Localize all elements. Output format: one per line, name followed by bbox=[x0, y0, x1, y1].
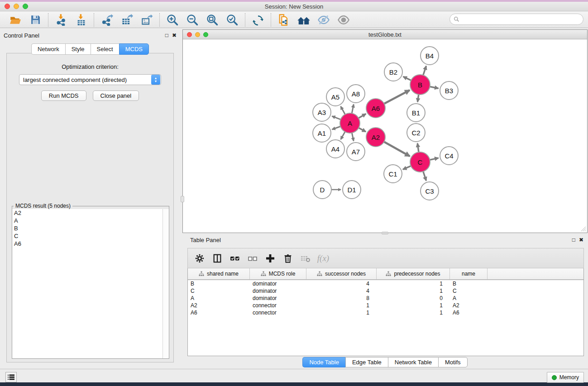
memory-button[interactable]: Memory bbox=[547, 372, 584, 383]
result-item[interactable]: B bbox=[12, 224, 163, 232]
column-header-MCDS-role[interactable]: MCDS role bbox=[250, 268, 306, 279]
result-item[interactable]: A2 bbox=[12, 209, 163, 217]
control-tab-network[interactable]: Network bbox=[31, 43, 65, 55]
hide-selected-icon[interactable] bbox=[316, 13, 332, 27]
deselect-all-icon[interactable] bbox=[245, 250, 260, 267]
task-history-button[interactable] bbox=[5, 372, 17, 382]
select-all-icon[interactable] bbox=[228, 250, 242, 267]
zoom-in-icon[interactable] bbox=[164, 13, 181, 27]
tab-network-table[interactable]: Network Table bbox=[388, 357, 438, 367]
node-A5[interactable]: A5 bbox=[326, 88, 344, 106]
node-A1[interactable]: A1 bbox=[313, 124, 331, 142]
export-table-icon[interactable] bbox=[119, 13, 135, 27]
zoom-out-icon[interactable] bbox=[184, 13, 201, 27]
function-builder-icon[interactable]: f(x) bbox=[316, 250, 330, 267]
node-C1[interactable]: C1 bbox=[384, 165, 402, 183]
splitter-handle-vertical[interactable] bbox=[181, 196, 184, 202]
control-tab-select[interactable]: Select bbox=[91, 43, 119, 55]
svg-text:C2: C2 bbox=[411, 129, 420, 137]
search-field[interactable] bbox=[449, 14, 583, 25]
node-A8[interactable]: A8 bbox=[347, 85, 365, 103]
cell-shared-name: A6 bbox=[188, 309, 250, 316]
node-B2[interactable]: B2 bbox=[384, 63, 402, 81]
first-neighbors-icon[interactable] bbox=[296, 13, 312, 27]
add-column-icon[interactable] bbox=[263, 250, 277, 267]
mcds-result-list[interactable]: A2ABCA6 bbox=[12, 209, 163, 358]
network-canvas[interactable]: B4B2BB3B1C2A5A8A6A3AA1A2A4A7CC4C1C3DD1 bbox=[183, 40, 587, 233]
cell-MCDS-role: dominator bbox=[250, 287, 306, 295]
tab-edge-table[interactable]: Edge Table bbox=[345, 357, 388, 367]
node-A3[interactable]: A3 bbox=[313, 103, 331, 121]
svg-text:C: C bbox=[418, 158, 423, 166]
run-mcds-button[interactable]: Run MCDS bbox=[41, 91, 86, 101]
column-header-name[interactable]: name bbox=[450, 268, 488, 279]
search-input[interactable] bbox=[462, 16, 583, 23]
node-C4[interactable]: C4 bbox=[440, 147, 458, 165]
cell-name: C bbox=[450, 287, 488, 295]
refresh-icon[interactable] bbox=[250, 13, 266, 27]
node-C[interactable]: C bbox=[410, 152, 430, 172]
cell-name: A bbox=[450, 295, 488, 302]
node-B[interactable]: B bbox=[410, 75, 430, 95]
table-row[interactable]: Bdominator41B bbox=[188, 280, 583, 287]
export-network-icon[interactable] bbox=[99, 13, 115, 27]
node-A7[interactable]: A7 bbox=[347, 143, 365, 161]
node-A2[interactable]: A2 bbox=[366, 128, 385, 147]
result-item[interactable]: A bbox=[12, 217, 163, 224]
table-row[interactable]: Cdominator41C bbox=[188, 287, 583, 295]
desktop-wallpaper-strip-bottom bbox=[0, 382, 588, 386]
node-B1[interactable]: B1 bbox=[407, 104, 425, 122]
network-window-titlebar[interactable]: testGlobe.txt bbox=[183, 30, 587, 39]
node-table[interactable]: shared nameMCDS rolesuccessor nodesprede… bbox=[187, 268, 584, 356]
zoom-selected-icon[interactable] bbox=[224, 13, 240, 27]
control-tab-mcds[interactable]: MCDS bbox=[119, 43, 149, 55]
delete-table-icon[interactable] bbox=[298, 250, 313, 267]
close-panel-button[interactable]: Close panel bbox=[93, 91, 139, 101]
delete-column-icon[interactable] bbox=[281, 250, 295, 267]
show-columns-icon[interactable] bbox=[210, 250, 225, 267]
export-image-icon[interactable] bbox=[139, 13, 155, 27]
save-session-icon[interactable] bbox=[27, 13, 43, 27]
close-panel-icon[interactable]: ✖ bbox=[172, 32, 177, 38]
node-C3[interactable]: C3 bbox=[421, 182, 439, 200]
network-graph[interactable]: B4B2BB3B1C2A5A8A6A3AA1A2A4A7CC4C1C3DD1 bbox=[183, 40, 587, 233]
close-table-panel-icon[interactable]: ✖ bbox=[579, 237, 583, 243]
criterion-dropdown[interactable]: largest connected component (directed) ▲… bbox=[19, 74, 161, 85]
tab-node-table[interactable]: Node Table bbox=[302, 357, 345, 367]
table-row[interactable]: A6connector11A6 bbox=[188, 309, 583, 316]
node-D1[interactable]: D1 bbox=[343, 181, 361, 199]
tab-motifs[interactable]: Motifs bbox=[438, 357, 468, 367]
zoom-fit-icon[interactable] bbox=[204, 13, 220, 27]
table-row[interactable]: Adominator80A bbox=[188, 295, 583, 302]
resize-grip-icon[interactable] bbox=[580, 226, 586, 232]
node-D[interactable]: D bbox=[313, 181, 331, 199]
float-panel-icon[interactable]: □ bbox=[165, 32, 168, 38]
svg-text:D: D bbox=[320, 186, 325, 194]
new-network-from-selection-icon[interactable] bbox=[276, 13, 292, 27]
node-A6[interactable]: A6 bbox=[366, 99, 385, 118]
float-table-panel-icon[interactable]: □ bbox=[572, 237, 575, 243]
node-A[interactable]: A bbox=[340, 113, 360, 133]
column-header-shared-name[interactable]: shared name bbox=[188, 268, 250, 279]
node-B3[interactable]: B3 bbox=[440, 81, 458, 100]
control-tab-style[interactable]: Style bbox=[65, 43, 91, 55]
dropdown-stepper-icon: ▲▼ bbox=[151, 75, 160, 85]
node-A4[interactable]: A4 bbox=[326, 140, 344, 158]
result-list-scrollbar[interactable] bbox=[163, 209, 169, 358]
criterion-dropdown-value: largest connected component (directed) bbox=[19, 76, 151, 83]
result-item[interactable]: C bbox=[12, 232, 163, 240]
open-session-icon[interactable] bbox=[7, 13, 24, 27]
node-B4[interactable]: B4 bbox=[421, 47, 439, 65]
column-header-predecessor-nodes[interactable]: predecessor nodes bbox=[377, 268, 450, 279]
result-item[interactable]: A6 bbox=[12, 240, 163, 248]
table-options-icon[interactable] bbox=[192, 250, 207, 267]
mcds-result-title: MCDS result (5 nodes) bbox=[14, 203, 72, 209]
import-network-icon[interactable] bbox=[53, 13, 69, 27]
table-row[interactable]: A2connector11A2 bbox=[188, 302, 583, 309]
svg-text:A6: A6 bbox=[372, 105, 380, 112]
show-graphics-details-icon[interactable] bbox=[335, 13, 352, 27]
node-C2[interactable]: C2 bbox=[407, 124, 425, 142]
application-window: Session: New Session bbox=[0, 0, 588, 386]
import-table-icon[interactable] bbox=[73, 13, 89, 27]
column-header-successor-nodes[interactable]: successor nodes bbox=[306, 268, 377, 279]
